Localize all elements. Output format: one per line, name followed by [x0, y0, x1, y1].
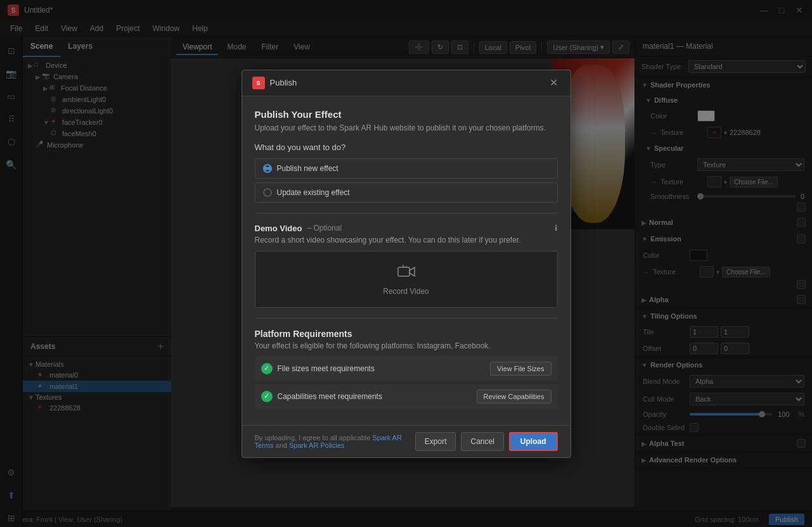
- modal-close-button[interactable]: ✕: [548, 77, 560, 89]
- footer-buttons: Export Cancel Upload: [415, 432, 558, 451]
- check-circle-1: ✓: [261, 363, 273, 374]
- modal-divider2: [255, 318, 558, 319]
- radio-new-effect[interactable]: Publish new effect: [255, 158, 558, 179]
- check-circle-2: ✓: [261, 391, 273, 402]
- view-file-sizes-button[interactable]: View File Sizes: [490, 362, 551, 376]
- demo-info-icon[interactable]: ℹ: [555, 224, 558, 232]
- platform-section: Platform Requirements Your effect is eli…: [255, 329, 558, 409]
- upload-button[interactable]: Upload: [509, 432, 558, 451]
- modal-question: What do you want to do?: [255, 143, 558, 152]
- file-sizes-text: File sizes meet requirements: [278, 364, 375, 373]
- export-button[interactable]: Export: [415, 432, 456, 451]
- modal-title-row: S Publish: [252, 77, 297, 89]
- tos-by: By uploading, I agree to all applicable: [255, 434, 371, 441]
- cancel-button[interactable]: Cancel: [461, 432, 503, 451]
- capabilities-row: ✓ Capabilities meet requirements Review …: [255, 384, 558, 409]
- tos-link2[interactable]: Spark AR Policies: [289, 441, 344, 449]
- radio-fill: [264, 167, 267, 170]
- capabilities-text: Capabilities meet requirements: [278, 392, 382, 401]
- platform-left-1: ✓ File sizes meet requirements: [261, 363, 375, 374]
- publish-section-desc: Upload your effect to the Spark AR Hub w…: [255, 124, 558, 132]
- modal-icon: S: [252, 77, 265, 89]
- demo-title: Demo Video: [255, 224, 302, 233]
- modal-body: Publish Your Effect Upload your effect t…: [242, 96, 570, 425]
- review-capabilities-button[interactable]: Review Capabilities: [477, 390, 551, 403]
- modal-header: S Publish ✕: [242, 70, 570, 96]
- publish-section-title: Publish Your Effect: [255, 109, 558, 120]
- video-upload-area[interactable]: Record Video: [255, 251, 558, 308]
- platform-desc: Your effect is eligible for the followin…: [255, 341, 558, 350]
- radio-dot-update: [263, 188, 272, 197]
- tos-text: By uploading, I agree to all applicable …: [255, 434, 415, 449]
- file-sizes-row: ✓ File sizes meet requirements View File…: [255, 357, 558, 381]
- demo-desc: Record a short video showcasing your eff…: [255, 236, 558, 244]
- demo-section-header: Demo Video – Optional ℹ: [255, 224, 558, 233]
- modal-overlay: S Publish ✕ Publish Your Effect Upload y…: [0, 0, 812, 527]
- svg-rect-0: [398, 267, 409, 276]
- tos-and: and: [276, 441, 287, 449]
- publish-modal: S Publish ✕ Publish Your Effect Upload y…: [242, 70, 571, 458]
- modal-footer: By uploading, I agree to all applicable …: [242, 425, 570, 457]
- record-video-label: Record Video: [383, 287, 429, 296]
- modal-divider1: [255, 213, 558, 213]
- platform-left-2: ✓ Capabilities meet requirements: [261, 391, 382, 402]
- radio-update-effect[interactable]: Update existing effect: [255, 182, 558, 203]
- video-upload-icon: [397, 263, 415, 284]
- radio-dot-new: [263, 164, 272, 173]
- platform-title: Platform Requirements: [255, 329, 558, 339]
- radio-new-label: Publish new effect: [277, 164, 338, 173]
- demo-optional: – Optional: [307, 224, 342, 232]
- radio-update-label: Update existing effect: [277, 188, 350, 197]
- modal-title-text: Publish: [270, 78, 297, 87]
